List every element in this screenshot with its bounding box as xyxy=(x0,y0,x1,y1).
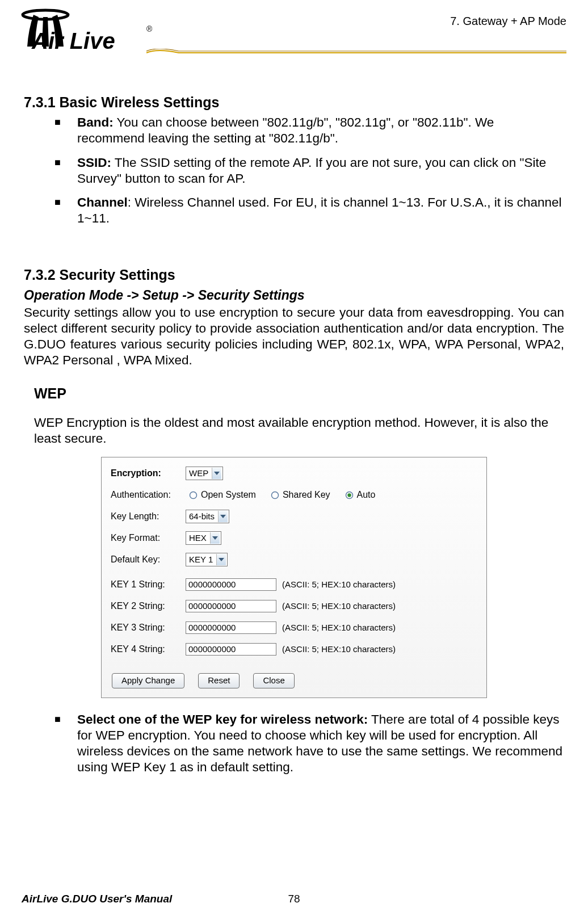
keylength-label: Key Length: xyxy=(111,511,186,522)
key2-hint: (ASCII: 5; HEX:10 characters) xyxy=(282,601,396,612)
keyformat-label: Key Format: xyxy=(111,532,186,544)
svg-point-6 xyxy=(347,493,351,497)
key2-input[interactable]: 0000000000 xyxy=(186,600,276,612)
key4-input[interactable]: 0000000000 xyxy=(186,643,276,656)
section-732-heading: 7.3.2 Security Settings xyxy=(24,266,564,284)
svg-text:Air Live: Air Live xyxy=(31,28,115,53)
svg-text:®: ® xyxy=(146,24,153,33)
chapter-breadcrumb: 7. Gateway + AP Mode xyxy=(450,15,566,28)
wep-heading: WEP xyxy=(34,385,564,402)
bullet-label: SSID: xyxy=(77,156,111,170)
radio-label: Shared Key xyxy=(283,489,330,501)
key3-label: KEY 3 String: xyxy=(111,622,186,633)
footer-manual-title: AirLive G.DUO User's Manual xyxy=(22,893,172,905)
bullet-label: Channel xyxy=(77,195,128,209)
keyformat-select[interactable]: HEX xyxy=(186,531,221,545)
svg-point-4 xyxy=(271,491,278,498)
chevron-down-icon xyxy=(218,511,228,522)
bullet-label: Band: xyxy=(77,115,114,129)
key2-label: KEY 2 String: xyxy=(111,600,186,612)
defaultkey-label: Default Key: xyxy=(111,554,186,565)
bullet-ssid: SSID: The SSID setting of the remote AP.… xyxy=(24,155,564,187)
chevron-down-icon xyxy=(212,468,221,479)
bullet-text: Wireless Channel used. For EU, it is cha… xyxy=(77,195,562,225)
wep-intro: WEP Encryption is the oldest and most av… xyxy=(34,415,564,447)
key4-label: KEY 4 String: xyxy=(111,644,186,655)
bullet-channel: Channel: Wireless Channel used. For EU, … xyxy=(24,195,564,226)
key3-hint: (ASCII: 5; HEX:10 characters) xyxy=(282,623,396,633)
reset-button[interactable]: Reset xyxy=(198,673,240,688)
authentication-label: Authentication: xyxy=(111,489,186,501)
keyformat-value: HEX xyxy=(189,533,207,544)
close-button[interactable]: Close xyxy=(253,673,294,688)
bullet-label: Select one of the WEP key for wireless n… xyxy=(77,712,368,726)
keylength-select[interactable]: 64-bits xyxy=(186,510,229,523)
key1-label: KEY 1 String: xyxy=(111,579,186,590)
apply-button[interactable]: Apply Change xyxy=(112,673,184,688)
bullet-text: The SSID setting of the remote AP. If yo… xyxy=(77,156,546,186)
key3-input[interactable]: 0000000000 xyxy=(186,621,276,634)
auth-radio-shared[interactable]: Shared Key xyxy=(271,489,330,501)
page-number: 78 xyxy=(288,893,300,905)
wep-settings-dialog: Encryption: WEP Authentication: Open Sys… xyxy=(101,457,487,698)
radio-label: Auto xyxy=(357,489,376,501)
nav-path: Operation Mode -> Setup -> Security Sett… xyxy=(24,287,564,304)
auth-radio-auto[interactable]: Auto xyxy=(345,489,376,501)
chevron-down-icon xyxy=(216,554,226,565)
auth-radio-open[interactable]: Open System xyxy=(189,489,256,501)
defaultkey-value: KEY 1 xyxy=(189,554,213,565)
security-paragraph: Security settings allow you to use encry… xyxy=(24,305,564,369)
encryption-select[interactable]: WEP xyxy=(186,467,223,480)
key4-hint: (ASCII: 5; HEX:10 characters) xyxy=(282,644,396,655)
brand-logo: Air Live ® xyxy=(15,7,157,60)
svg-point-3 xyxy=(190,491,197,498)
section-731-heading: 7.3.1 Basic Wireless Settings xyxy=(24,94,564,111)
encryption-label: Encryption: xyxy=(111,468,186,479)
encryption-value: WEP xyxy=(189,468,208,479)
defaultkey-select[interactable]: KEY 1 xyxy=(186,553,228,566)
keylength-value: 64-bits xyxy=(189,511,215,522)
chevron-down-icon xyxy=(210,532,220,544)
key1-input[interactable]: 0000000000 xyxy=(186,578,276,591)
bullet-select-key: Select one of the WEP key for wireless n… xyxy=(24,712,564,776)
bullet-band: Band: You can choose between "802.11g/b"… xyxy=(24,115,564,146)
key1-hint: (ASCII: 5; HEX:10 characters) xyxy=(282,579,396,590)
radio-label: Open System xyxy=(201,489,256,501)
bullet-text: You can choose between "802.11g/b", "802… xyxy=(77,115,494,145)
header-divider xyxy=(146,49,566,54)
